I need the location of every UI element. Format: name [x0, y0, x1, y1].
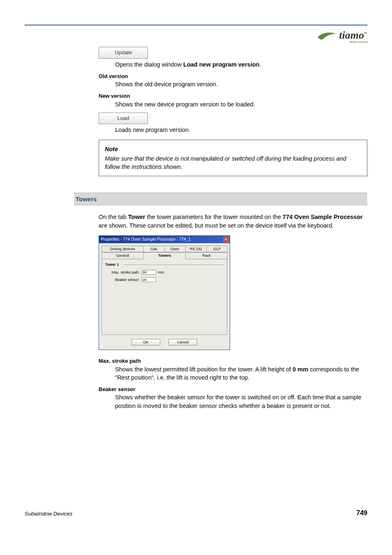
text: the tower parameters for the tower mount…: [145, 214, 282, 220]
max-stroke-label: Max. stroke path: [108, 270, 140, 275]
logo-brand: tiamo: [339, 29, 364, 41]
tab-rack[interactable]: Rack: [185, 252, 228, 259]
dialog-title: Properties - 774 Oven Sample Processor -…: [101, 237, 191, 242]
logo: tiamo™ titration and more: [25, 28, 367, 43]
field-beaker-sensor: Beaker sensor: [105, 277, 224, 283]
divider: [124, 265, 224, 265]
max-stroke-input[interactable]: [141, 270, 156, 275]
tab-general[interactable]: General: [101, 252, 144, 259]
text: .: [259, 61, 261, 68]
text-bold: Load new program version: [183, 61, 259, 68]
note-body: Make sure that the device is not manipul…: [105, 154, 361, 171]
page-footer: Subwindow Devices 749: [25, 509, 367, 518]
tab-panel: Tower 1 Max. stroke path mm Beaker senso…: [101, 259, 227, 335]
ok-button[interactable]: OK: [131, 339, 160, 346]
logo-tm: ™: [364, 32, 367, 35]
tab-dosing-devices[interactable]: Dosing devices: [101, 246, 143, 253]
beaker-sensor-label: Beaker sensor: [99, 386, 367, 393]
beaker-input[interactable]: [141, 277, 156, 282]
note-box: Note Make sure that the device is not ma…: [99, 140, 367, 176]
load-desc: Loads new program version.: [115, 126, 367, 134]
text: Opens the dialog window: [115, 61, 183, 68]
dialog-actions: OK Cancel: [99, 336, 230, 350]
new-version-label: New version: [99, 92, 367, 100]
properties-dialog: Properties - 774 Oven Sample Processor -…: [99, 235, 230, 350]
tab-rs232[interactable]: RS 232: [185, 246, 207, 253]
towers-intro: On the tab Tower the tower parameters fo…: [99, 213, 367, 230]
tab-towers[interactable]: Towers: [143, 252, 186, 259]
tabs-row-back: Dosing devices Gas Oven RS 232 GLP: [101, 246, 227, 253]
header-rule: [25, 25, 367, 25]
cancel-button[interactable]: Cancel: [168, 339, 197, 346]
tab-glp[interactable]: GLP: [206, 246, 228, 253]
group-tower1: Tower 1: [105, 262, 224, 267]
section-towers: Towers: [74, 193, 367, 205]
tab-gas[interactable]: Gas: [143, 246, 164, 253]
new-version-desc: Shows the new device program version to …: [115, 100, 367, 108]
logo-text: tiamo™ titration and more: [339, 28, 367, 43]
tabs-row-front: General Towers Rack: [101, 252, 227, 259]
max-stroke-path-desc: Shows the lowest permitted lift position…: [115, 365, 367, 382]
page-number: 749: [356, 509, 367, 518]
dialog-titlebar: Properties - 774 Oven Sample Processor -…: [99, 236, 230, 243]
text: Shows the lowest permitted lift position…: [115, 366, 293, 373]
note-title: Note: [105, 145, 361, 153]
logo-tagline: titration and more: [350, 40, 368, 44]
group-label-text: Tower 1: [105, 263, 119, 267]
logo-swoosh-icon: [317, 30, 337, 41]
footer-section: Subwindow Devices: [25, 510, 72, 518]
text-bold: 774 Oven Sample Processor: [283, 214, 363, 220]
beaker-sensor-desc: Shows whether the beaker sensor for the …: [115, 393, 367, 410]
text: On the tab: [99, 214, 128, 220]
update-desc: Opens the dialog window Load new program…: [115, 60, 367, 69]
tab-oven[interactable]: Oven: [164, 246, 186, 253]
text: are shown. These cannot be edited, but m…: [99, 222, 334, 229]
text-bold: 0 mm: [293, 366, 308, 373]
max-stroke-unit: mm: [158, 270, 164, 275]
load-button[interactable]: Load: [99, 113, 148, 124]
field-max-stroke: Max. stroke path mm: [105, 270, 224, 275]
close-icon[interactable]: ✕: [223, 237, 229, 242]
beaker-label: Beaker sensor: [108, 277, 140, 283]
max-stroke-path-label: Max. stroke path: [99, 357, 367, 365]
old-version-desc: Shows the old device program version.: [115, 80, 367, 88]
text-bold: Tower: [128, 214, 145, 220]
update-button[interactable]: Update: [99, 47, 148, 58]
old-version-label: Old version: [99, 73, 367, 80]
